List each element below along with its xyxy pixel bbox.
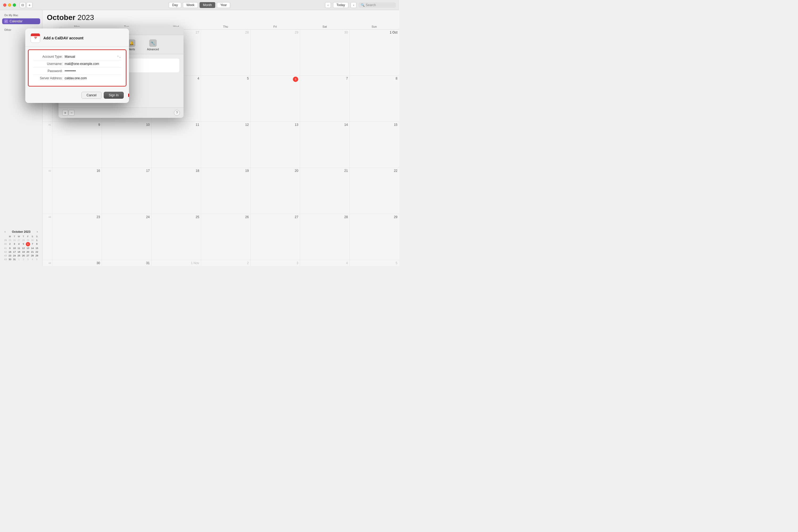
- cal-cell[interactable]: 16: [52, 168, 101, 214]
- mini-day[interactable]: 27: [17, 238, 21, 242]
- mini-day[interactable]: 31: [12, 258, 17, 261]
- mini-day[interactable]: 15: [35, 246, 39, 250]
- cal-cell[interactable]: 30: [52, 260, 101, 266]
- mini-day[interactable]: 3: [25, 258, 30, 261]
- mini-day[interactable]: 30: [30, 238, 35, 242]
- cal-cell[interactable]: 30: [300, 30, 349, 75]
- mini-day[interactable]: 4: [17, 242, 21, 246]
- mini-day[interactable]: 29: [35, 254, 39, 258]
- mini-day[interactable]: 23: [8, 254, 12, 258]
- mini-day[interactable]: 25: [17, 254, 21, 258]
- cal-cell[interactable]: 26: [201, 214, 250, 260]
- new-event-button[interactable]: +: [26, 2, 33, 8]
- mini-day[interactable]: 20: [25, 250, 30, 254]
- mini-day-today[interactable]: 6: [26, 242, 30, 246]
- mini-day[interactable]: 7: [30, 242, 35, 246]
- mini-day[interactable]: 11: [17, 246, 21, 250]
- maximize-button[interactable]: [13, 3, 16, 7]
- server-address-value[interactable]: caldav.one.com: [65, 76, 121, 80]
- mini-day[interactable]: 26: [21, 254, 26, 258]
- mini-day[interactable]: 4: [30, 258, 35, 261]
- mini-cal-next[interactable]: ›: [36, 230, 39, 233]
- mini-day[interactable]: 1: [17, 258, 21, 261]
- cal-cell[interactable]: 22: [349, 168, 399, 214]
- cal-cell[interactable]: 25: [151, 214, 201, 260]
- cancel-button[interactable]: Cancel: [81, 92, 101, 99]
- mini-day[interactable]: 14: [30, 246, 35, 250]
- search-bar[interactable]: 🔍 Search: [359, 2, 396, 8]
- help-button[interactable]: ?: [174, 110, 180, 116]
- mini-day[interactable]: 27: [25, 254, 30, 258]
- account-type-select[interactable]: Manual ⌃⌄: [65, 55, 121, 58]
- cal-cell[interactable]: 15: [349, 122, 399, 168]
- cal-cell[interactable]: 24: [101, 214, 151, 260]
- cal-cell[interactable]: 1 Nov: [151, 260, 201, 266]
- cal-cell[interactable]: 20: [250, 168, 300, 214]
- mini-day[interactable]: 18: [17, 250, 21, 254]
- cal-cell-today[interactable]: 6: [250, 76, 300, 121]
- cal-cell[interactable]: 13: [250, 122, 300, 168]
- cal-cell[interactable]: 1 Oct: [349, 30, 399, 75]
- mini-day[interactable]: 28: [21, 238, 26, 242]
- cal-cell[interactable]: 18: [151, 168, 201, 214]
- mini-day[interactable]: 19: [21, 250, 26, 254]
- mini-day[interactable]: 2: [8, 242, 12, 246]
- minimize-button[interactable]: [8, 3, 11, 7]
- mini-day[interactable]: 5: [35, 258, 39, 261]
- view-month-button[interactable]: Month: [200, 2, 215, 8]
- mini-day[interactable]: 1: [35, 238, 39, 242]
- view-year-button[interactable]: Year: [217, 2, 230, 8]
- cal-cell[interactable]: 7: [300, 76, 349, 121]
- mini-day[interactable]: 12: [21, 246, 26, 250]
- mini-day[interactable]: 22: [35, 250, 39, 254]
- cal-cell[interactable]: 9: [52, 122, 101, 168]
- mini-day[interactable]: 3: [12, 242, 17, 246]
- mini-day[interactable]: 13: [25, 246, 30, 250]
- mini-day[interactable]: 26: [12, 238, 17, 242]
- mini-day[interactable]: 10: [12, 246, 17, 250]
- cal-cell[interactable]: 19: [201, 168, 250, 214]
- mini-cal-prev[interactable]: ‹: [4, 230, 6, 233]
- close-button[interactable]: [3, 3, 6, 7]
- cal-cell[interactable]: 23: [52, 214, 101, 260]
- cal-cell[interactable]: 21: [300, 168, 349, 214]
- cal-cell[interactable]: 28: [300, 214, 349, 260]
- cal-cell[interactable]: 14: [300, 122, 349, 168]
- mini-day[interactable]: 28: [30, 254, 35, 258]
- password-value[interactable]: ••••••••••: [65, 69, 121, 73]
- cal-cell[interactable]: 5: [349, 260, 399, 266]
- cal-cell[interactable]: 29: [349, 214, 399, 260]
- mini-day[interactable]: 30: [8, 258, 12, 261]
- cal-cell[interactable]: 31: [101, 260, 151, 266]
- view-day-button[interactable]: Day: [169, 2, 181, 8]
- mini-day[interactable]: 9: [8, 246, 12, 250]
- mini-day[interactable]: 5: [21, 242, 26, 246]
- cal-cell[interactable]: 17: [101, 168, 151, 214]
- cal-cell[interactable]: 27: [250, 214, 300, 260]
- cal-cell[interactable]: 3: [250, 260, 300, 266]
- mini-day[interactable]: 24: [12, 254, 17, 258]
- mini-day[interactable]: 17: [12, 250, 17, 254]
- cal-cell[interactable]: 4: [300, 260, 349, 266]
- today-button[interactable]: Today: [333, 2, 348, 8]
- prev-month-button[interactable]: ‹: [325, 2, 331, 8]
- view-week-button[interactable]: Week: [183, 2, 198, 8]
- accounts-toolbar-advanced[interactable]: 🔧 Advanced: [145, 38, 161, 52]
- mini-day[interactable]: 8: [35, 242, 39, 246]
- mini-day[interactable]: 2: [21, 258, 26, 261]
- cal-cell[interactable]: 5: [201, 76, 250, 121]
- next-month-button[interactable]: ›: [350, 2, 357, 8]
- cal-cell[interactable]: 28: [201, 30, 250, 75]
- mini-day[interactable]: 16: [8, 250, 12, 254]
- cal-cell[interactable]: 2: [201, 260, 250, 266]
- cal-cell[interactable]: 10: [101, 122, 151, 168]
- cal-cell[interactable]: 8: [349, 76, 399, 121]
- sidebar-toggle-button[interactable]: ⊟: [20, 2, 25, 8]
- mini-day[interactable]: 21: [30, 250, 35, 254]
- username-value[interactable]: mail@one-example.com: [65, 62, 121, 66]
- add-account-button[interactable]: +: [62, 110, 68, 116]
- remove-account-button[interactable]: −: [69, 110, 75, 116]
- mini-day[interactable]: 29: [25, 238, 30, 242]
- cal-cell[interactable]: 12: [201, 122, 250, 168]
- cal-cell[interactable]: 11: [151, 122, 201, 168]
